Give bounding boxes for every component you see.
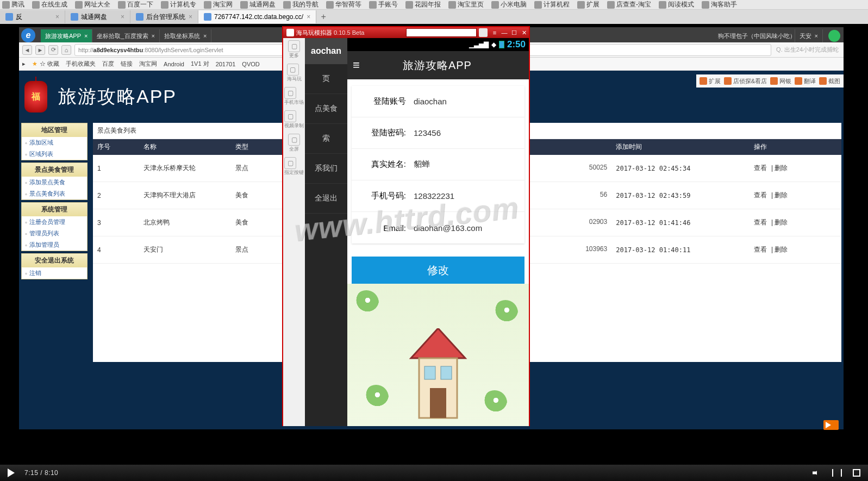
drawer-item[interactable]: 索: [305, 124, 347, 154]
browser-tab[interactable]: 7267747.142.ctc.data.bego.cc/×: [198, 10, 316, 23]
bookmark-link[interactable]: 扩展: [577, 0, 600, 9]
delete-link[interactable]: 删除: [773, 218, 788, 226]
fav-link[interactable]: 1V1 对: [191, 60, 209, 68]
fullscreen-button[interactable]: [853, 469, 860, 477]
bookmark-link[interactable]: 花园年报: [405, 0, 441, 9]
emulator-titlebar[interactable]: 海马玩模拟器 0.10.5 Beta ≡ — ☐ ✕: [283, 27, 529, 38]
bookmark-link[interactable]: 淘宝网: [204, 0, 233, 9]
bookmark-link[interactable]: 网址大全: [75, 0, 110, 9]
bookmark-link[interactable]: 计算机专: [161, 0, 196, 9]
sidebar-item[interactable]: ◦区域列表: [22, 148, 87, 160]
bookmark-link[interactable]: 淘宝里页: [448, 0, 484, 9]
bookmark-link[interactable]: 店查查-淘宝: [607, 0, 651, 9]
extension-item[interactable]: 翻译: [795, 77, 816, 85]
browser-tab[interactable]: 反×: [0, 10, 65, 23]
tab-close-icon[interactable]: ×: [52, 13, 59, 21]
volume-button[interactable]: [813, 468, 821, 477]
emu-tool[interactable]: ▢手机市场: [284, 87, 304, 106]
inner-tab[interactable]: 狗不理包子（中国风味小吃）×: [714, 29, 795, 42]
form-row[interactable]: 真实姓名:貂蝉: [352, 149, 524, 180]
delete-link[interactable]: 删除: [773, 191, 788, 199]
browser-tab[interactable]: 后台管理系统×: [130, 10, 198, 23]
delete-link[interactable]: 删除: [773, 246, 788, 253]
view-link[interactable]: 查看: [754, 164, 767, 172]
drawer-item[interactable]: 全退出: [305, 184, 347, 214]
modify-button[interactable]: 修改: [352, 257, 524, 284]
emu-tool[interactable]: ▢海马玩: [287, 64, 302, 83]
inner-tab-close-icon[interactable]: ×: [152, 33, 155, 39]
bookmark-link[interactable]: 淘客助手: [702, 0, 737, 9]
nav-reload-button[interactable]: ⟳: [48, 45, 58, 55]
nav-fwd-button[interactable]: ►: [35, 45, 45, 55]
emulator-search-input[interactable]: [406, 28, 477, 37]
inner-tab[interactable]: 天安×: [795, 29, 823, 42]
emulator-close-button[interactable]: ✕: [519, 28, 529, 37]
inner-tab[interactable]: 拾取坐标系统×: [160, 29, 211, 42]
bookmark-link[interactable]: 腾讯: [2, 0, 24, 9]
tab-close-icon[interactable]: ×: [185, 13, 192, 21]
emulator-search-button[interactable]: [479, 28, 488, 37]
bookmark-link[interactable]: 计算机程: [534, 0, 570, 9]
drawer-item[interactable]: 页: [305, 64, 347, 94]
extension-item[interactable]: 截图: [819, 77, 840, 85]
emulator-max-button[interactable]: ☐: [509, 28, 519, 37]
wide-button[interactable]: [832, 469, 842, 477]
hamburger-icon[interactable]: ≡: [353, 58, 360, 72]
sidebar-item[interactable]: ◦注册会员管理: [22, 216, 87, 228]
fav-link[interactable]: QVOD: [242, 61, 259, 67]
drawer-item[interactable]: 系我们: [305, 154, 347, 184]
tab-close-icon[interactable]: ×: [117, 13, 124, 21]
nav-back-button[interactable]: ◄: [22, 45, 32, 55]
emu-tool[interactable]: ▢指定按键: [284, 157, 304, 176]
fav-link[interactable]: 201701: [216, 61, 236, 67]
drawer-item[interactable]: 点美食: [305, 94, 347, 124]
sidebar-item[interactable]: ◦管理员列表: [22, 228, 87, 239]
bookmark-link[interactable]: 阅读模式: [659, 0, 694, 9]
bookmark-link[interactable]: 手账号: [369, 0, 398, 9]
fav-link[interactable]: 链接: [121, 60, 133, 68]
new-tab-button[interactable]: +: [316, 12, 330, 22]
sidebar-item[interactable]: ◦添加管理员: [22, 239, 87, 251]
emulator-more-button[interactable]: ≡: [490, 28, 499, 37]
bookmark-link[interactable]: 百度一下: [118, 0, 153, 9]
form-row[interactable]: 手机号码:128322231: [352, 180, 524, 212]
emu-tool[interactable]: ▢视频录制: [284, 110, 304, 129]
sidebar-item[interactable]: ◦添加景点美食: [22, 177, 87, 188]
form-row[interactable]: 登陆密码:123456: [352, 117, 524, 149]
browser-tab[interactable]: 城通网盘×: [65, 10, 130, 23]
delete-link[interactable]: 删除: [773, 164, 788, 172]
sidebar-item[interactable]: ◦注销: [22, 267, 87, 279]
extension-item[interactable]: 网银: [770, 77, 791, 85]
emu-tool[interactable]: ▢更多: [288, 40, 300, 59]
fav-link[interactable]: 淘宝网: [139, 60, 157, 68]
inner-tab[interactable]: 坐标拾取_百度搜索×: [92, 29, 160, 42]
nav-home-button[interactable]: ⌂: [61, 45, 71, 55]
view-link[interactable]: 查看: [754, 246, 767, 253]
inner-tab[interactable]: 旅游攻略APP×: [41, 29, 92, 42]
sidebar-item[interactable]: ◦添加区域: [22, 137, 87, 148]
view-link[interactable]: 查看: [754, 218, 767, 226]
bookmark-link[interactable]: 小米电脑: [491, 0, 527, 9]
fav-link[interactable]: Android: [164, 61, 184, 67]
view-link[interactable]: 查看: [754, 191, 767, 199]
bookmark-link[interactable]: 华智荷等: [326, 0, 361, 9]
bookmark-link[interactable]: 在线生成: [32, 0, 67, 9]
fav-link[interactable]: 手机收藏夹: [66, 60, 96, 68]
emulator-min-button[interactable]: —: [499, 28, 509, 37]
fav-link[interactable]: 百度: [102, 60, 114, 68]
extension-item[interactable]: 店侦探&看店: [724, 77, 767, 85]
form-row[interactable]: Email:diaohan@163.com: [352, 212, 524, 243]
inner-tab-close-icon[interactable]: ×: [84, 33, 88, 39]
sidebar-item[interactable]: ◦景点美食列表: [22, 188, 87, 199]
emu-tool[interactable]: ▢全屏: [288, 134, 300, 153]
bookmark-link[interactable]: 城通网盘: [240, 0, 276, 9]
nav-menu-icon[interactable]: ▸: [22, 60, 26, 67]
inner-tab-close-icon[interactable]: ×: [815, 33, 818, 39]
play-button[interactable]: [8, 468, 15, 477]
bookmark-link[interactable]: 我的导航: [283, 0, 319, 9]
inner-tab-close-icon[interactable]: ×: [203, 33, 207, 39]
fav-link[interactable]: ★☆ 收藏: [32, 60, 59, 68]
extension-item[interactable]: 扩展: [700, 77, 721, 85]
form-row[interactable]: 登陆账号diaochan: [352, 86, 524, 117]
tab-close-icon[interactable]: ×: [303, 13, 310, 21]
